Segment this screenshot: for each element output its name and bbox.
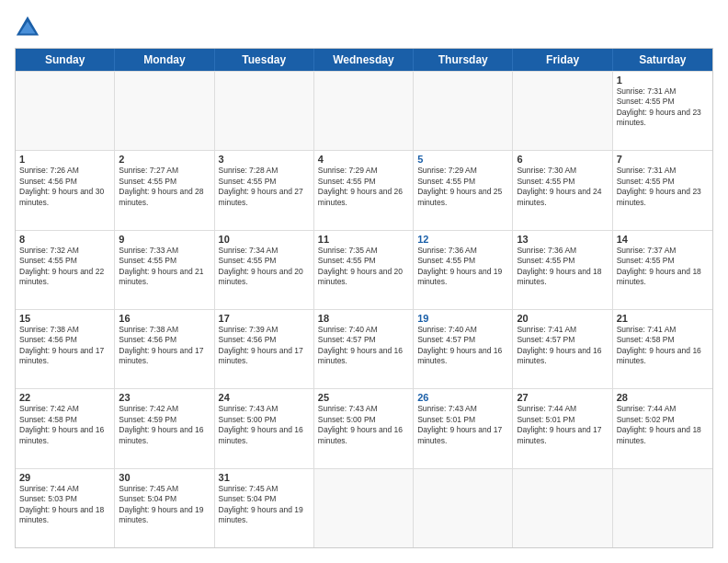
- cell-info: Sunrise: 7:43 AMSunset: 5:00 PMDaylight:…: [219, 404, 310, 446]
- cell-info: Sunrise: 7:28 AMSunset: 4:55 PMDaylight:…: [219, 166, 310, 208]
- calendar-cell: 7Sunrise: 7:31 AMSunset: 4:55 PMDaylight…: [613, 151, 712, 229]
- cell-info: Sunrise: 7:27 AMSunset: 4:55 PMDaylight:…: [119, 166, 210, 208]
- calendar-cell: [513, 72, 612, 150]
- cell-info: Sunrise: 7:40 AMSunset: 4:57 PMDaylight:…: [417, 325, 508, 367]
- cell-info: Sunrise: 7:31 AMSunset: 4:55 PMDaylight:…: [617, 166, 709, 208]
- cell-info: Sunrise: 7:45 AMSunset: 5:04 PMDaylight:…: [219, 484, 310, 526]
- calendar-cell: 19Sunrise: 7:40 AMSunset: 4:57 PMDayligh…: [414, 310, 513, 388]
- cell-info: Sunrise: 7:42 AMSunset: 4:59 PMDaylight:…: [119, 404, 210, 446]
- calendar-cell: 29Sunrise: 7:44 AMSunset: 5:03 PMDayligh…: [16, 469, 115, 547]
- calendar-week-2: 8Sunrise: 7:32 AMSunset: 4:55 PMDaylight…: [16, 230, 712, 309]
- day-number: 23: [119, 392, 210, 403]
- calendar-cell: [414, 72, 513, 150]
- header-day-saturday: Saturday: [613, 49, 712, 71]
- cell-info: Sunrise: 7:44 AMSunset: 5:01 PMDaylight:…: [517, 404, 608, 446]
- calendar-cell: 23Sunrise: 7:42 AMSunset: 4:59 PMDayligh…: [115, 389, 214, 467]
- day-number: 17: [219, 313, 310, 324]
- cell-info: Sunrise: 7:33 AMSunset: 4:55 PMDaylight:…: [119, 246, 210, 288]
- calendar-cell: 1Sunrise: 7:31 AMSunset: 4:55 PMDaylight…: [613, 72, 712, 150]
- header-day-tuesday: Tuesday: [215, 49, 314, 71]
- day-number: 6: [517, 154, 608, 165]
- calendar-cell: 15Sunrise: 7:38 AMSunset: 4:56 PMDayligh…: [16, 310, 115, 388]
- cell-info: Sunrise: 7:40 AMSunset: 4:57 PMDaylight:…: [318, 325, 409, 367]
- page: SundayMondayTuesdayWednesdayThursdayFrid…: [0, 0, 728, 563]
- day-number: 11: [318, 234, 409, 245]
- calendar-cell: 11Sunrise: 7:35 AMSunset: 4:55 PMDayligh…: [314, 231, 414, 309]
- calendar-cell: 17Sunrise: 7:39 AMSunset: 4:56 PMDayligh…: [215, 310, 314, 388]
- calendar: SundayMondayTuesdayWednesdayThursdayFrid…: [15, 48, 713, 548]
- cell-info: Sunrise: 7:37 AMSunset: 4:55 PMDaylight:…: [617, 246, 709, 288]
- day-number: 30: [119, 472, 210, 483]
- day-number: 31: [219, 472, 310, 483]
- day-number: 1: [617, 75, 709, 86]
- logo-icon: [15, 15, 40, 40]
- cell-info: Sunrise: 7:35 AMSunset: 4:55 PMDaylight:…: [318, 246, 409, 288]
- calendar-header: SundayMondayTuesdayWednesdayThursdayFrid…: [16, 49, 712, 71]
- day-number: 4: [318, 154, 409, 165]
- cell-info: Sunrise: 7:38 AMSunset: 4:56 PMDaylight:…: [119, 325, 210, 367]
- calendar-cell: 6Sunrise: 7:30 AMSunset: 4:55 PMDaylight…: [513, 151, 612, 229]
- day-number: 21: [617, 313, 709, 324]
- calendar-cell: 31Sunrise: 7:45 AMSunset: 5:04 PMDayligh…: [215, 469, 314, 547]
- day-number: 12: [417, 234, 508, 245]
- day-number: 14: [617, 234, 709, 245]
- day-number: 1: [19, 154, 110, 165]
- calendar-cell: [314, 72, 414, 150]
- calendar-body: 1Sunrise: 7:31 AMSunset: 4:55 PMDaylight…: [16, 71, 712, 547]
- cell-info: Sunrise: 7:42 AMSunset: 4:58 PMDaylight:…: [19, 404, 110, 446]
- day-number: 20: [517, 313, 608, 324]
- calendar-cell: 24Sunrise: 7:43 AMSunset: 5:00 PMDayligh…: [215, 389, 314, 467]
- calendar-cell: 27Sunrise: 7:44 AMSunset: 5:01 PMDayligh…: [513, 389, 612, 467]
- cell-info: Sunrise: 7:38 AMSunset: 4:56 PMDaylight:…: [19, 325, 110, 367]
- cell-info: Sunrise: 7:29 AMSunset: 4:55 PMDaylight:…: [417, 166, 508, 208]
- header-day-wednesday: Wednesday: [314, 49, 414, 71]
- day-number: 9: [119, 234, 210, 245]
- day-number: 25: [318, 392, 409, 403]
- calendar-cell: [613, 469, 712, 547]
- calendar-cell: 21Sunrise: 7:41 AMSunset: 4:58 PMDayligh…: [613, 310, 712, 388]
- day-number: 24: [219, 392, 310, 403]
- cell-info: Sunrise: 7:34 AMSunset: 4:55 PMDaylight:…: [219, 246, 310, 288]
- calendar-cell: 1Sunrise: 7:26 AMSunset: 4:56 PMDaylight…: [16, 151, 115, 229]
- day-number: 5: [417, 154, 508, 165]
- day-number: 16: [119, 313, 210, 324]
- calendar-cell: [314, 469, 414, 547]
- day-number: 2: [119, 154, 210, 165]
- day-number: 7: [617, 154, 709, 165]
- calendar-cell: 14Sunrise: 7:37 AMSunset: 4:55 PMDayligh…: [613, 231, 712, 309]
- calendar-cell: 25Sunrise: 7:43 AMSunset: 5:00 PMDayligh…: [314, 389, 414, 467]
- cell-info: Sunrise: 7:31 AMSunset: 4:55 PMDaylight:…: [617, 86, 709, 129]
- day-number: 15: [19, 313, 110, 324]
- calendar-cell: [115, 72, 214, 150]
- day-number: 18: [318, 313, 409, 324]
- calendar-week-5: 29Sunrise: 7:44 AMSunset: 5:03 PMDayligh…: [16, 468, 712, 547]
- calendar-cell: 16Sunrise: 7:38 AMSunset: 4:56 PMDayligh…: [115, 310, 214, 388]
- calendar-cell: [16, 72, 115, 150]
- calendar-cell: 3Sunrise: 7:28 AMSunset: 4:55 PMDaylight…: [215, 151, 314, 229]
- calendar-cell: 20Sunrise: 7:41 AMSunset: 4:57 PMDayligh…: [513, 310, 612, 388]
- calendar-cell: 2Sunrise: 7:27 AMSunset: 4:55 PMDaylight…: [115, 151, 214, 229]
- cell-info: Sunrise: 7:41 AMSunset: 4:58 PMDaylight:…: [617, 325, 709, 367]
- cell-info: Sunrise: 7:43 AMSunset: 5:00 PMDaylight:…: [318, 404, 409, 446]
- cell-info: Sunrise: 7:30 AMSunset: 4:55 PMDaylight:…: [517, 166, 608, 208]
- cell-info: Sunrise: 7:45 AMSunset: 5:04 PMDaylight:…: [119, 484, 210, 526]
- day-number: 10: [219, 234, 310, 245]
- calendar-cell: 8Sunrise: 7:32 AMSunset: 4:55 PMDaylight…: [16, 231, 115, 309]
- calendar-cell: [414, 469, 513, 547]
- header-day-monday: Monday: [115, 49, 214, 71]
- calendar-cell: 22Sunrise: 7:42 AMSunset: 4:58 PMDayligh…: [16, 389, 115, 467]
- day-number: 27: [517, 392, 608, 403]
- cell-info: Sunrise: 7:43 AMSunset: 5:01 PMDaylight:…: [417, 404, 508, 446]
- calendar-week-0: 1Sunrise: 7:31 AMSunset: 4:55 PMDaylight…: [16, 71, 712, 150]
- calendar-week-3: 15Sunrise: 7:38 AMSunset: 4:56 PMDayligh…: [16, 309, 712, 388]
- calendar-cell: 30Sunrise: 7:45 AMSunset: 5:04 PMDayligh…: [115, 469, 214, 547]
- cell-info: Sunrise: 7:36 AMSunset: 4:55 PMDaylight:…: [517, 246, 608, 288]
- day-number: 8: [19, 234, 110, 245]
- cell-info: Sunrise: 7:39 AMSunset: 4:56 PMDaylight:…: [219, 325, 310, 367]
- cell-info: Sunrise: 7:29 AMSunset: 4:55 PMDaylight:…: [318, 166, 409, 208]
- cell-info: Sunrise: 7:36 AMSunset: 4:55 PMDaylight:…: [417, 246, 508, 288]
- logo: [15, 15, 42, 40]
- day-number: 28: [617, 392, 709, 403]
- calendar-cell: [215, 72, 314, 150]
- calendar-cell: 5Sunrise: 7:29 AMSunset: 4:55 PMDaylight…: [414, 151, 513, 229]
